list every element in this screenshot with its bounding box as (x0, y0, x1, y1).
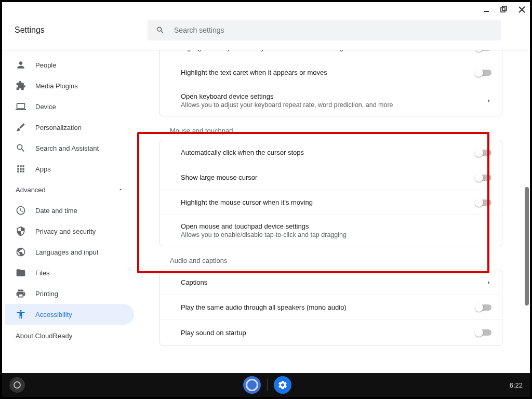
apps-icon (16, 164, 26, 174)
sidebar-item-label: Files (35, 269, 49, 277)
setting-row-open-mouse-settings[interactable]: Open mouse and touchpad device settings … (160, 215, 502, 246)
sidebar-advanced-toggle[interactable]: Advanced (5, 179, 134, 200)
accessibility-icon (16, 309, 26, 320)
sidebar-item-apps[interactable]: Apps (5, 158, 134, 179)
taskbar-divider (267, 379, 268, 391)
laptop-icon (16, 101, 26, 112)
row-sublabel: Allows you to enable/disable tap-to-clic… (181, 231, 347, 238)
taskbar-clock[interactable]: 6:22 (510, 381, 523, 389)
row-label: Highlight the text caret when it appears… (181, 69, 327, 76)
sidebar-item-label: Device (35, 103, 56, 111)
toggle[interactable] (476, 329, 491, 336)
sidebar-item-label: Privacy and security (35, 228, 96, 235)
sidebar-item-label: People (35, 61, 56, 69)
sidebar-item-accessibility[interactable]: Accessibility (5, 304, 134, 325)
gear-icon (277, 380, 288, 390)
header: Settings (2, 17, 530, 50)
taskbar-settings[interactable] (274, 376, 291, 394)
search-input[interactable] (174, 26, 493, 34)
sidebar: People Media Plugins Device Personalizat… (2, 50, 137, 397)
setting-row-open-keyboard-settings[interactable]: Open keyboard device settings Allows you… (160, 85, 502, 116)
setting-row-captions[interactable]: Captions (160, 270, 502, 295)
row-sublabel: Allows you to adjust your keyboard repea… (181, 101, 393, 109)
search-icon (16, 143, 26, 153)
sidebar-item-label: Date and time (35, 207, 77, 215)
setting-row-caret-highlight[interactable]: Highlight the text caret when it appears… (160, 60, 502, 85)
sidebar-item-label: Printing (35, 290, 58, 298)
sidebar-item-search-assistant[interactable]: Search and Assistant (5, 138, 134, 158)
setting-row-mono-audio[interactable]: Play the same audio through all speakers… (160, 295, 502, 320)
sidebar-item-people[interactable]: People (5, 55, 134, 75)
shield-icon (16, 226, 26, 236)
printer-icon (16, 288, 26, 299)
taskbar: 6:22 (2, 373, 530, 397)
close-button[interactable] (517, 5, 526, 14)
sidebar-item-privacy-security[interactable]: Privacy and security (5, 221, 134, 242)
sidebar-item-label: Search and Assistant (35, 144, 99, 152)
page-title: Settings (15, 25, 142, 35)
svg-rect-2 (502, 6, 507, 10)
row-label: Captions (181, 278, 207, 286)
setting-row-keyboard-focus-highlight[interactable]: Highlight the object with keyboard focus… (160, 50, 502, 60)
row-label: Highlight the object with keyboard focus… (181, 50, 351, 51)
window-titlebar (2, 2, 530, 17)
minimize-button[interactable] (482, 5, 490, 14)
setting-row-large-cursor[interactable]: Show large mouse cursor (160, 165, 502, 190)
maximize-button[interactable] (500, 5, 508, 14)
section-title-mouse: Mouse and touchpad (159, 116, 502, 140)
scrollbar-thumb[interactable] (525, 187, 529, 305)
chevron-right-icon (486, 228, 491, 233)
sidebar-item-printing[interactable]: Printing (5, 283, 134, 304)
launcher-button[interactable] (9, 377, 25, 393)
mouse-card: Automatically click when the cursor stop… (159, 140, 502, 246)
row-label: Open keyboard device settings (181, 92, 393, 100)
clock-icon (16, 205, 26, 216)
sidebar-item-label: Media Plugins (35, 82, 78, 90)
sidebar-item-files[interactable]: Files (5, 262, 134, 283)
row-label: Play the same audio through all speakers… (181, 303, 347, 311)
chevron-up-icon (117, 187, 124, 193)
sidebar-about[interactable]: About CloudReady (5, 325, 134, 347)
toggle[interactable] (476, 50, 491, 51)
sidebar-item-languages-input[interactable]: Languages and input (5, 242, 134, 262)
search-box[interactable] (148, 20, 501, 41)
chevron-right-icon (486, 98, 491, 103)
sidebar-item-label: Apps (35, 165, 51, 173)
svg-rect-1 (501, 8, 505, 12)
sidebar-item-label: Accessibility (35, 311, 72, 318)
row-label: Play sound on startup (181, 329, 246, 337)
toggle[interactable] (476, 175, 491, 181)
brush-icon (16, 122, 26, 132)
person-icon (16, 60, 26, 70)
setting-row-cursor-highlight[interactable]: Highlight the mouse cursor when it's mov… (160, 190, 502, 215)
chevron-right-icon (486, 280, 491, 285)
sidebar-item-personalization[interactable]: Personalization (5, 117, 134, 138)
extension-icon (16, 81, 26, 91)
row-label: Show large mouse cursor (181, 174, 257, 181)
row-label: Open mouse and touchpad device settings (181, 222, 347, 230)
content-area: Highlight the object with keyboard focus… (137, 50, 530, 397)
toggle[interactable] (476, 150, 491, 156)
row-label: Highlight the mouse cursor when it's mov… (181, 198, 313, 206)
row-label: Automatically click when the cursor stop… (181, 149, 304, 156)
search-icon (156, 25, 165, 35)
taskbar-browser[interactable] (243, 376, 261, 394)
sidebar-item-device[interactable]: Device (5, 96, 134, 117)
globe-icon (16, 247, 26, 257)
sidebar-item-label: Personalization (35, 124, 82, 131)
sidebar-item-label: Languages and input (35, 248, 98, 256)
sidebar-item-date-time[interactable]: Date and time (5, 200, 134, 221)
svg-rect-0 (484, 11, 489, 12)
setting-row-startup-sound[interactable]: Play sound on startup (160, 320, 502, 345)
toggle[interactable] (476, 70, 491, 76)
sidebar-advanced-label: Advanced (16, 186, 46, 194)
sidebar-item-media-plugins[interactable]: Media Plugins (5, 75, 134, 96)
folder-icon (16, 268, 26, 278)
setting-row-autoclick[interactable]: Automatically click when the cursor stop… (160, 140, 502, 165)
toggle[interactable] (476, 304, 491, 311)
launcher-icon (14, 381, 21, 389)
section-title-audio: Audio and captions (159, 246, 502, 270)
toggle[interactable] (476, 200, 491, 206)
